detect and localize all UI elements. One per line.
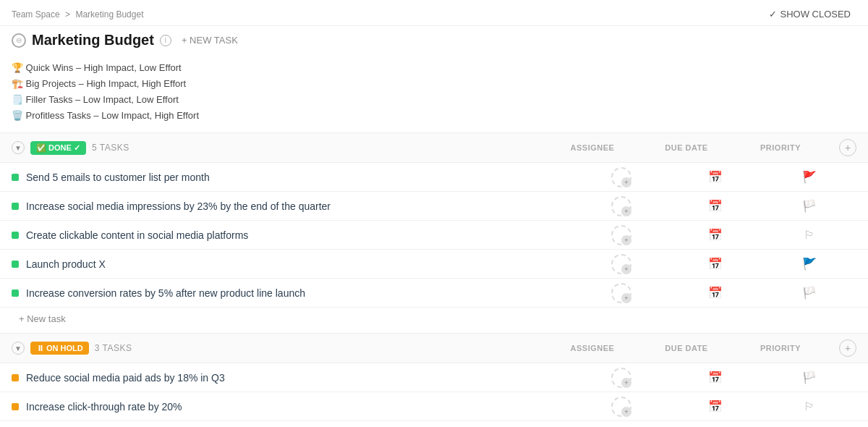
task-name[interactable]: Increase click-through rate by 20%	[26, 401, 574, 413]
avatar[interactable]: +	[611, 397, 631, 417]
task-name[interactable]: Create clickable content in social media…	[26, 229, 574, 241]
task-duedate[interactable]: 📅	[668, 286, 762, 300]
priority-flag: 🚩	[802, 170, 817, 184]
onhold-collapse-btn[interactable]: ▼	[12, 342, 25, 355]
table-row: Launch product X + 📅 🚩	[0, 250, 868, 279]
task-priority[interactable]: 🏳	[762, 229, 856, 242]
calendar-icon[interactable]: 📅	[708, 371, 723, 385]
onhold-badge-label: ⏸ ON HOLD	[36, 344, 83, 352]
avatar[interactable]: +	[611, 225, 631, 245]
task-priority[interactable]: 🚩	[762, 170, 856, 184]
task-duedate[interactable]: 📅	[668, 228, 762, 242]
task-assignee[interactable]: +	[574, 254, 668, 274]
show-closed-label: SHOW CLOSED	[780, 9, 851, 20]
avatar[interactable]: +	[611, 196, 631, 216]
calendar-icon[interactable]: 📅	[708, 228, 723, 242]
quadrant-2: 🏗️ Big Projects – High Impact, High Effo…	[12, 76, 856, 92]
add-assignee-icon[interactable]: +	[621, 407, 631, 417]
task-priority[interactable]: 🏳	[762, 400, 856, 413]
avatar[interactable]: +	[611, 283, 631, 303]
task-assignee[interactable]: +	[574, 397, 668, 417]
page-title-row: ⊖ Marketing Budget i + NEW TASK	[0, 26, 868, 56]
top-bar: Team Space > Marketing Budget ✓ SHOW CLO…	[0, 0, 868, 26]
col-header-priority: PRIORITY	[733, 344, 827, 352]
task-name[interactable]: Increase conversion rates by 5% after ne…	[26, 287, 574, 299]
add-assignee-icon[interactable]: +	[621, 177, 631, 187]
col-header-duedate: DUE DATE	[639, 143, 733, 152]
new-task-button[interactable]: + NEW TASK	[177, 33, 242, 47]
add-column-button[interactable]: +	[839, 139, 856, 156]
task-priority[interactable]: 🏳️	[762, 371, 856, 384]
task-assignee[interactable]: +	[574, 283, 668, 303]
done-section-header: ▼ ✅ DONE ✓ 5 TASKS ASSIGNEE DUE DATE PRI…	[0, 132, 868, 163]
col-header-duedate: DUE DATE	[639, 344, 733, 352]
quadrant-1: 🏆 Quick Wins – High Impact, Low Effort	[12, 60, 856, 76]
table-row: Create clickable content in social media…	[0, 221, 868, 250]
task-name[interactable]: Launch product X	[26, 258, 574, 270]
onhold-col-headers: ASSIGNEE DUE DATE PRIORITY	[545, 344, 827, 352]
task-assignee[interactable]: +	[574, 196, 668, 216]
collapse-icon[interactable]: ⊖	[12, 33, 26, 48]
done-col-headers: ASSIGNEE DUE DATE PRIORITY	[545, 143, 827, 152]
col-header-assignee: ASSIGNEE	[545, 344, 639, 352]
col-header-assignee: ASSIGNEE	[545, 143, 639, 152]
col-header-priority: PRIORITY	[733, 143, 827, 152]
done-badge-label: ✅ DONE ✓	[36, 143, 80, 153]
onhold-section: ▼ ⏸ ON HOLD 3 TASKS ASSIGNEE DUE DATE PR…	[0, 333, 868, 421]
task-name[interactable]: Reduce social media paid ads by 18% in Q…	[26, 372, 574, 384]
add-assignee-icon[interactable]: +	[621, 206, 631, 216]
task-dot	[12, 174, 19, 181]
add-column-button[interactable]: +	[839, 339, 856, 357]
add-assignee-icon[interactable]: +	[621, 378, 631, 388]
done-collapse-btn[interactable]: ▼	[12, 141, 25, 154]
task-duedate[interactable]: 📅	[668, 399, 762, 414]
task-assignee[interactable]: +	[574, 167, 668, 187]
calendar-icon[interactable]: 📅	[708, 399, 723, 414]
task-priority[interactable]: 🏳️	[762, 199, 856, 213]
breadcrumb-current[interactable]: Marketing Budget	[75, 9, 143, 20]
calendar-icon[interactable]: 📅	[708, 170, 723, 185]
task-dot	[12, 289, 19, 297]
quadrant-3: 🗒️ Filler Tasks – Low Impact, Low Effort	[12, 92, 856, 108]
avatar[interactable]: +	[611, 254, 631, 274]
add-assignee-icon[interactable]: +	[621, 235, 631, 245]
task-assignee[interactable]: +	[574, 225, 668, 245]
task-dot	[12, 261, 19, 268]
task-dot	[12, 403, 19, 410]
new-task-row[interactable]: + New task	[0, 308, 868, 333]
add-assignee-icon[interactable]: +	[621, 293, 631, 303]
add-assignee-icon[interactable]: +	[621, 264, 631, 274]
onhold-section-header: ▼ ⏸ ON HOLD 3 TASKS ASSIGNEE DUE DATE PR…	[0, 333, 868, 363]
calendar-icon[interactable]: 📅	[708, 199, 723, 214]
info-icon[interactable]: i	[160, 35, 171, 46]
task-duedate[interactable]: 📅	[668, 257, 762, 271]
calendar-icon[interactable]: 📅	[708, 257, 723, 271]
done-badge[interactable]: ✅ DONE ✓	[30, 141, 86, 155]
onhold-badge[interactable]: ⏸ ON HOLD	[30, 342, 89, 355]
task-name[interactable]: Send 5 emails to customer list per month	[26, 172, 574, 183]
task-duedate[interactable]: 📅	[668, 371, 762, 385]
avatar[interactable]: +	[611, 368, 631, 388]
task-assignee[interactable]: +	[574, 368, 668, 388]
task-dot	[12, 232, 19, 239]
table-row: Send 5 emails to customer list per month…	[0, 163, 868, 192]
show-closed-button[interactable]: ✓ SHOW CLOSED	[763, 6, 856, 22]
quadrant-labels: 🏆 Quick Wins – High Impact, Low Effort 🏗…	[0, 56, 868, 132]
calendar-icon[interactable]: 📅	[708, 286, 723, 300]
priority-flag: 🏳	[804, 229, 815, 242]
task-priority[interactable]: 🚩	[762, 257, 856, 271]
task-dot	[12, 374, 19, 381]
done-task-count: 5 TASKS	[92, 143, 129, 153]
task-duedate[interactable]: 📅	[668, 199, 762, 214]
onhold-task-count: 3 TASKS	[95, 343, 132, 353]
task-duedate[interactable]: 📅	[668, 170, 762, 185]
breadcrumb-parent[interactable]: Team Space	[12, 9, 60, 20]
table-row: Increase conversion rates by 5% after ne…	[0, 279, 868, 308]
priority-flag: 🏳️	[802, 371, 817, 384]
avatar[interactable]: +	[611, 167, 631, 187]
priority-flag: 🏳️	[802, 286, 817, 300]
task-name[interactable]: Increase social media impressions by 23%…	[26, 200, 574, 212]
breadcrumb-separator: >	[65, 9, 70, 20]
quadrant-4: 🗑️ Profitless Tasks – Low Impact, High E…	[12, 108, 856, 124]
task-priority[interactable]: 🏳️	[762, 286, 856, 300]
